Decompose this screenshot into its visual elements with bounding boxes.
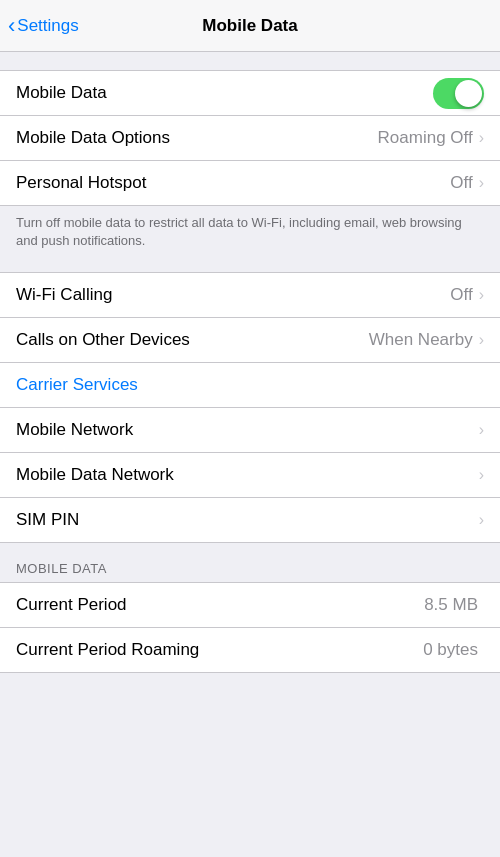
- mobile-network-label: Mobile Network: [16, 408, 479, 452]
- current-period-label: Current Period: [16, 583, 424, 627]
- navigation-bar: ‹ Settings Mobile Data: [0, 0, 500, 52]
- mobile-data-network-chevron-icon: ›: [479, 466, 484, 484]
- sim-pin-label: SIM PIN: [16, 498, 479, 542]
- calls-other-devices-value: When Nearby: [369, 330, 473, 350]
- carrier-services-row[interactable]: Carrier Services: [0, 363, 500, 408]
- carrier-services-label: Carrier Services: [16, 363, 484, 407]
- section-3-table: Current Period 8.5 MB Current Period Roa…: [0, 582, 500, 673]
- current-period-roaming-value: 0 bytes: [423, 640, 478, 660]
- mobile-data-toggle[interactable]: [433, 78, 484, 109]
- back-label: Settings: [17, 16, 78, 36]
- section-1-table: Mobile Data Mobile Data Options Roaming …: [0, 70, 500, 206]
- top-gap: [0, 52, 500, 70]
- personal-hotspot-label: Personal Hotspot: [16, 161, 450, 205]
- sim-pin-chevron-icon: ›: [479, 511, 484, 529]
- mobile-data-options-row[interactable]: Mobile Data Options Roaming Off ›: [0, 116, 500, 161]
- current-period-row: Current Period 8.5 MB: [0, 583, 500, 628]
- mobile-data-network-label: Mobile Data Network: [16, 453, 479, 497]
- wifi-calling-row[interactable]: Wi-Fi Calling Off ›: [0, 273, 500, 318]
- gap-2: [0, 543, 500, 553]
- wifi-calling-label: Wi-Fi Calling: [16, 273, 450, 317]
- toggle-thumb: [455, 80, 482, 107]
- mobile-network-chevron-icon: ›: [479, 421, 484, 439]
- mobile-network-row[interactable]: Mobile Network ›: [0, 408, 500, 453]
- section-1-description: Turn off mobile data to restrict all dat…: [0, 206, 500, 262]
- current-period-value: 8.5 MB: [424, 595, 478, 615]
- personal-hotspot-chevron-icon: ›: [479, 174, 484, 192]
- back-chevron-icon: ‹: [8, 15, 15, 37]
- section-2-table: Wi-Fi Calling Off › Calls on Other Devic…: [0, 272, 500, 543]
- calls-other-devices-label: Calls on Other Devices: [16, 318, 369, 362]
- wifi-calling-value: Off: [450, 285, 472, 305]
- calls-other-devices-chevron-icon: ›: [479, 331, 484, 349]
- mobile-data-network-row[interactable]: Mobile Data Network ›: [0, 453, 500, 498]
- mobile-data-options-chevron-icon: ›: [479, 129, 484, 147]
- mobile-data-options-value: Roaming Off: [378, 128, 473, 148]
- back-button[interactable]: ‹ Settings: [8, 15, 79, 37]
- sim-pin-row[interactable]: SIM PIN ›: [0, 498, 500, 542]
- gap-1: [0, 262, 500, 272]
- current-period-roaming-label: Current Period Roaming: [16, 628, 423, 672]
- mobile-data-row[interactable]: Mobile Data: [0, 71, 500, 116]
- page-title: Mobile Data: [202, 16, 297, 36]
- personal-hotspot-row[interactable]: Personal Hotspot Off ›: [0, 161, 500, 205]
- section-3-header: Mobile Data: [0, 553, 500, 582]
- mobile-data-label: Mobile Data: [16, 71, 433, 115]
- current-period-roaming-row: Current Period Roaming 0 bytes: [0, 628, 500, 672]
- calls-other-devices-row[interactable]: Calls on Other Devices When Nearby ›: [0, 318, 500, 363]
- wifi-calling-chevron-icon: ›: [479, 286, 484, 304]
- personal-hotspot-value: Off: [450, 173, 472, 193]
- mobile-data-options-label: Mobile Data Options: [16, 116, 378, 160]
